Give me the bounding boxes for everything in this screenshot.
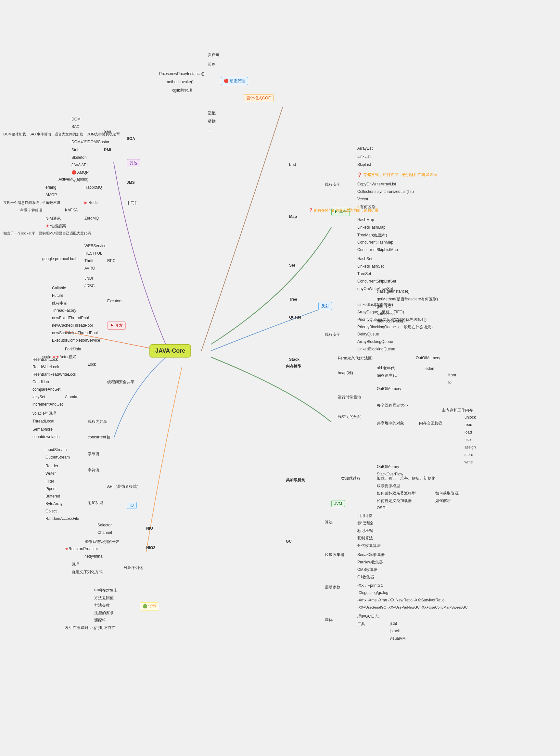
branch-reflection: 反射 [318,302,332,310]
list-linklist: LinkList [357,154,371,159]
cl-parent: 双亲委派模型 [377,483,400,489]
mm-write: write [464,460,473,464]
mm-interaction: 内存交互协议 [419,421,442,426]
gc-algo-label: 算法 [325,519,333,525]
nio-label: NIO [146,526,153,531]
mm-load: load [464,430,472,434]
char-stream-label: 字符流 [88,468,99,473]
mm-new: new 新生代 [377,373,397,378]
jms-label: JMS [127,180,135,185]
thread-safe-label: 线程间安全共享 [107,379,135,385]
lock-rrwl: ReentrantReadWriteLock [33,372,76,377]
ref-getfield: getField [377,304,391,308]
nio2-label: NIO2 [146,546,155,550]
list-storage-q: ❓ 存储方式，如何扩展，分别适用在哪些方面 [357,172,437,178]
mm-use: use [464,437,471,442]
rmi-label: RMI [104,148,111,152]
io-piped: Piped [45,487,56,491]
queue-array-block: ArrayBlockingQueue [357,339,393,344]
gc-tools-label: 工具 [357,621,365,627]
branch-dev: ▶ 开发 [107,322,126,330]
lock-cas: compareAndSet [33,387,60,392]
jms-activemq: ActiveMQ(apollo) [58,177,88,182]
gen-erase: 泛型的擦条 [94,610,114,616]
map-q: ❓ 如何存储？如何保证数列均衡，如何扩展 [308,208,378,213]
mm-runtime-pool: 运行时常量池 [338,394,361,400]
dp-zeren: 责任链 [208,52,220,58]
gc-mark-compress: 标记压缩 [357,528,373,534]
soa-webservice: WEBService [84,244,106,248]
nio2-reactor: ★Reactor/Proactor [65,547,98,551]
soa-jndi: JNDI [84,276,93,281]
list-label: List [289,162,296,167]
mm-to: to [448,380,452,385]
soa-avro: AVRO [84,266,95,270]
set-concurrentskip: ConcurrentSkipListSet [357,279,396,284]
jms-amqp: AMQP [45,192,57,197]
design-pattern-label: 设计模式GOF [246,96,271,100]
rmi-amqp: 🔴 AMQP [72,170,89,175]
gc-parnew: ParNew收集器 [357,559,383,565]
nio-selector: Selector [97,523,112,527]
gc-jstack: jstack [390,629,400,633]
gen-param: 方法参数 [94,603,110,608]
threadlocal-label: ThreadLocal [33,419,54,424]
cl-process: 类加载过程 [341,476,361,481]
mm-heap: heap(堆) [338,370,353,376]
lock-label: Lock [88,362,96,367]
list-skiplist: SkipList [357,162,371,167]
soa-restful: RESTFUL [84,251,102,256]
map-concurrenthashmap: ConcurrentHashMap [357,240,393,245]
gc-jstat: jstat [390,621,397,626]
io-reader: Reader [45,464,58,468]
dp-proxy-new: Proxy.newProxyInstance() [159,71,204,76]
serial-principle: 原理 [72,562,79,567]
memory-model-label: 内存模型 [286,364,301,369]
io-writer: Writer [45,471,56,476]
jms-kafka: KAFKA [65,208,78,212]
mm-oom3: OutOfMemry [377,464,399,469]
exec-factory: ThreadFacory [52,308,76,313]
xml-dom4j: DOM4J/JDOM/Castor [72,140,109,144]
set-treeset: TreeSet [357,271,371,276]
xml-dom: DOM [72,117,81,121]
io-object: Object [45,509,57,513]
gc-param3: -Xmx -Xms -Xmn -XX:NewRatio -XX:Survivor… [357,598,445,602]
cl-custom: 如何自定义类加载器 [377,498,412,504]
jms-high-perf: ★ 性能超高 [45,223,66,229]
gc-tuning-label: 调优 [325,617,333,622]
mm-oom2: OutOfMemery [377,386,401,391]
queue-priority-block: PriorityBlockingQueue（一般用在什么场景） [357,324,435,330]
ref-setaccess: setAccess [377,311,395,316]
mm-assign: assign [464,445,476,449]
io-bytearray: ByteArray [45,502,63,506]
cl-label: 类加载机制 [286,477,305,483]
soa-label: SOA [127,136,135,141]
soa-jdbc: JDBC [84,284,95,288]
countdown-label: countdownlatch [33,434,59,439]
soa-gpb: google protocol buffer [42,257,80,261]
semaphore-label: Semaphore [33,427,53,432]
gc-visualvm: visualVM [390,636,406,641]
gc-serial: SerialOld收集器 [357,552,385,557]
map-treemap: TreeMap(红黑树) [357,232,387,238]
list-thread-safe: 线程安全 [325,182,340,187]
gen-wildcard: 通配符 [94,618,106,623]
mm-from: from [448,373,456,377]
jms-middleware: 中间件 [127,200,138,206]
lock-readwrite: ReadWriteLock [33,365,59,369]
io-api-label: API（装饰者模式） [107,484,141,489]
gc-startup-label: 启动参数 [325,585,340,590]
exec-label: Excutors [107,299,122,303]
dp-dynamic-proxy: 🔴 动态代理 [221,77,248,85]
io-inputstream: InputStream [45,448,66,452]
io-outputstream: OutputStream [45,455,70,459]
cl-osgi: OSGI [377,506,386,510]
serial-label: 对象序列化 [123,565,143,571]
jms-erlang: erlang [45,185,56,190]
queue-linked-block: LinkedBlockingQueue [357,347,395,351]
queue-delay: DelayQueue [357,332,379,336]
fork-join: Fork/Join [65,347,81,351]
mm-read: read [464,423,472,427]
jms-zeromq: ZeroMQ [84,216,99,221]
